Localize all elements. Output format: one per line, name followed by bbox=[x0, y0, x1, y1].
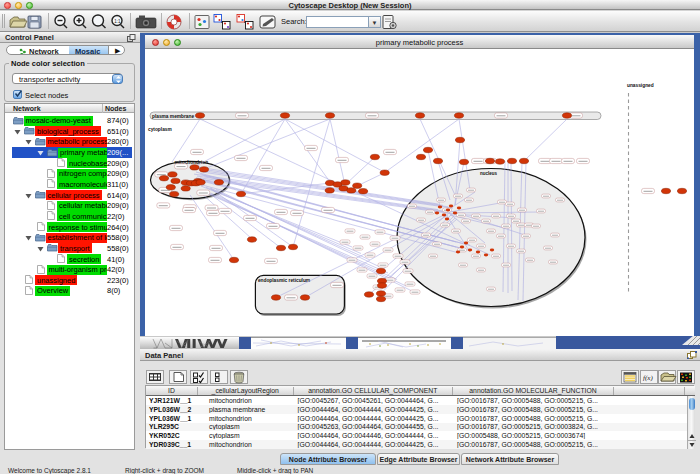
svg-text:nucleus: nucleus bbox=[480, 171, 498, 176]
svg-text:1:1: 1:1 bbox=[114, 19, 121, 24]
svg-text:f(x): f(x) bbox=[643, 374, 653, 382]
svg-text:unassigned: unassigned bbox=[627, 83, 654, 88]
svg-text:plasma membrane: plasma membrane bbox=[152, 114, 194, 119]
svg-text:endoplasmic reticulum: endoplasmic reticulum bbox=[258, 278, 310, 283]
svg-text:cytoplasm: cytoplasm bbox=[148, 127, 172, 132]
